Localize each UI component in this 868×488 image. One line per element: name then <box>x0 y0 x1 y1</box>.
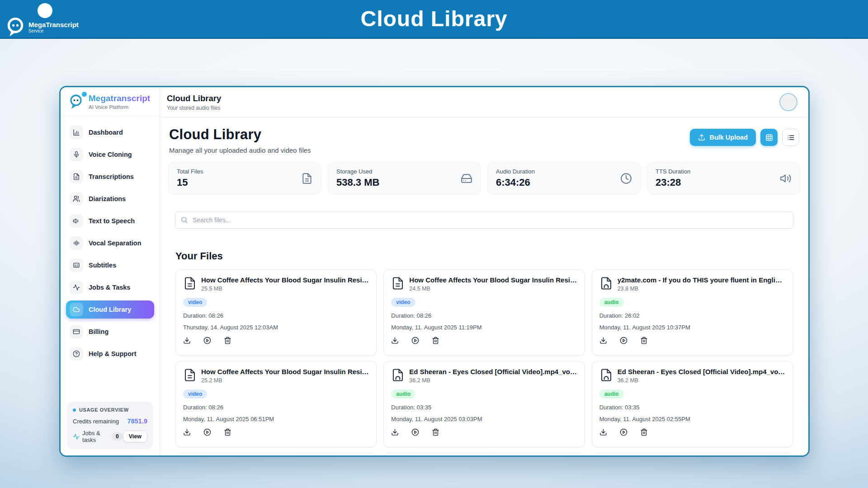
play-circle-icon <box>411 337 419 344</box>
file-date: Thursday, 14. August 2025 12:03AM <box>183 324 369 331</box>
credits-remaining-value: 7851.9 <box>127 418 147 425</box>
stat-value: 15 <box>177 177 203 188</box>
main-panel: Cloud Library Your stored audio files Cl… <box>160 87 808 455</box>
sidebar-nav-item[interactable]: Help & Support <box>66 345 154 363</box>
files-grid-clipped-row <box>175 453 793 455</box>
file-card <box>383 453 585 455</box>
stat-card: Storage Used 538.3 MB <box>328 162 481 194</box>
stat-label: TTS Duration <box>656 168 690 175</box>
brand-name: Megatranscript <box>89 94 150 103</box>
stat-value: 23:28 <box>656 177 690 188</box>
sidebar-item-icon <box>70 192 83 206</box>
play-button[interactable] <box>620 428 627 436</box>
sidebar-item-label: Diarizations <box>89 195 126 202</box>
sidebar-item-icon <box>70 214 83 228</box>
download-icon <box>599 428 607 436</box>
sidebar-nav-item[interactable]: Voice Cloning <box>66 145 154 164</box>
stat-icon <box>620 173 632 184</box>
file-date: Monday, 11. August 2025 10:37PM <box>599 324 785 331</box>
download-button[interactable] <box>391 428 399 436</box>
activity-icon <box>73 433 80 440</box>
sidebar-nav-item[interactable]: Subtitles <box>66 256 154 274</box>
file-type-badge: audio <box>391 389 415 399</box>
play-button[interactable] <box>203 337 211 344</box>
file-title: How Coffee Affects Your Blood Sugar Insu… <box>201 368 369 375</box>
trash-icon <box>432 428 439 436</box>
delete-button[interactable] <box>224 428 231 436</box>
file-type-badge: audio <box>599 298 624 307</box>
view-jobs-button[interactable]: View <box>123 431 147 442</box>
file-card: Ed Sheeran - Eyes Closed [Official Video… <box>592 361 793 447</box>
sidebar-nav-item[interactable]: Diarizations <box>66 190 154 208</box>
trash-icon <box>224 337 231 344</box>
trash-icon <box>432 337 439 344</box>
usage-overview-panel: USAGE OVERVIEW Credits remaining 7851.9 … <box>67 402 153 449</box>
download-button[interactable] <box>391 337 399 344</box>
trash-icon <box>640 337 648 344</box>
file-type-icon <box>183 277 197 290</box>
sidebar-nav-item[interactable]: Billing <box>66 323 154 341</box>
jobs-count-badge: 0 <box>112 432 123 441</box>
file-duration: Duration: 26:02 <box>599 312 785 319</box>
user-avatar[interactable] <box>779 93 797 111</box>
file-date: Monday, 11. August 2025 03:03PM <box>391 416 577 422</box>
file-card: y2mate.com - If you do THIS youre fluent… <box>592 269 793 356</box>
file-type-badge: video <box>183 389 207 399</box>
play-circle-icon <box>620 337 627 344</box>
sidebar-item-label: Jobs & Tasks <box>89 284 130 291</box>
files-section-heading: Your Files <box>175 250 793 262</box>
play-button[interactable] <box>411 428 419 436</box>
file-title: Ed Sheeran - Eyes Closed [Official Video… <box>618 368 785 375</box>
stat-label: Storage Used <box>336 168 379 175</box>
sidebar-nav-item[interactable]: Cloud Library <box>66 300 154 319</box>
play-button[interactable] <box>620 337 627 344</box>
sidebar-nav-item[interactable]: Vocal Separation <box>66 234 154 252</box>
page-subtitle: Manage all your uploaded audio and video… <box>169 146 311 154</box>
play-button[interactable] <box>411 337 419 344</box>
sidebar-item-icon <box>70 258 83 272</box>
sidebar-item-label: Cloud Library <box>89 306 131 313</box>
download-button[interactable] <box>183 337 191 344</box>
search-icon <box>180 216 188 224</box>
trash-icon <box>224 428 231 436</box>
download-icon <box>391 337 399 344</box>
delete-button[interactable] <box>640 337 648 344</box>
sidebar-item-label: Voice Cloning <box>89 151 132 158</box>
file-card: How Coffee Affects Your Blood Sugar Insu… <box>383 269 585 356</box>
sidebar-nav-item[interactable]: Transcriptions <box>66 168 154 186</box>
sidebar-nav-item[interactable]: Dashboard <box>66 123 154 141</box>
bulk-upload-button[interactable]: Bulk Upload <box>690 129 756 146</box>
download-button[interactable] <box>599 337 607 344</box>
sidebar-nav-item[interactable]: Jobs & Tasks <box>66 278 154 296</box>
sidebar-item-icon <box>70 126 83 139</box>
file-date: Monday, 11. August 2025 06:51PM <box>183 416 369 422</box>
file-card: How Coffee Affects Your Blood Sugar Insu… <box>175 269 377 356</box>
file-type-icon <box>599 368 613 382</box>
file-card: How Coffee Affects Your Blood Sugar Insu… <box>175 361 377 447</box>
file-title: y2mate.com - If you do THIS youre fluent… <box>618 276 785 284</box>
topbar-subtitle: Your stored audio files <box>167 105 221 111</box>
play-button[interactable] <box>203 428 211 436</box>
sidebar-nav-item[interactable]: Text to Speech <box>66 212 154 230</box>
delete-button[interactable] <box>640 428 648 436</box>
file-size: 36.2 MB <box>618 377 785 384</box>
file-type-icon <box>391 368 405 382</box>
sidebar-item-icon <box>70 303 83 316</box>
file-duration: Duration: 08:26 <box>391 312 577 319</box>
download-button[interactable] <box>183 428 191 436</box>
stat-icon <box>461 173 472 184</box>
file-type-icon <box>183 368 197 382</box>
delete-button[interactable] <box>432 428 439 436</box>
play-circle-icon <box>203 337 211 344</box>
file-date: Monday, 11. August 2025 11:19PM <box>391 324 577 331</box>
file-title: How Coffee Affects Your Blood Sugar Insu… <box>409 276 577 284</box>
delete-button[interactable] <box>224 337 231 344</box>
sidebar-item-icon <box>70 148 83 161</box>
file-type-icon <box>391 277 405 290</box>
download-button[interactable] <box>599 428 607 436</box>
list-view-icon <box>787 134 795 141</box>
delete-button[interactable] <box>432 337 439 344</box>
search-input[interactable] <box>175 211 793 229</box>
grid-view-button[interactable] <box>760 129 778 146</box>
list-view-button[interactable] <box>782 129 799 146</box>
